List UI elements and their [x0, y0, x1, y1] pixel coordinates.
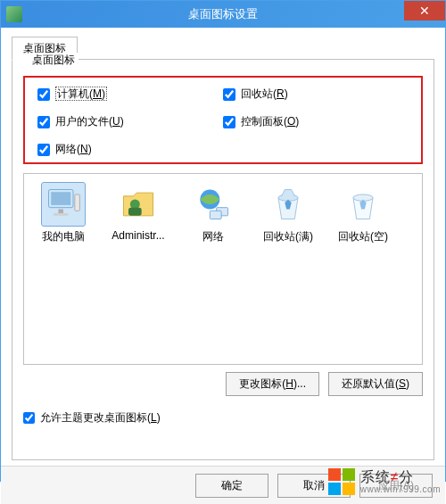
- checkbox-recycle-label: 回收站(R): [241, 87, 288, 102]
- icon-item-computer[interactable]: 我的电脑: [29, 183, 97, 244]
- checkbox-computer-label: 计算机(M): [55, 87, 107, 102]
- tab-panel: 桌面图标 计算机(M) 回收站(R) 用户的文件(U) 控制面板(O): [12, 59, 434, 460]
- icon-checkbox-group-highlight: 计算机(M) 回收站(R) 用户的文件(U) 控制面板(O) 网络(N): [23, 76, 423, 164]
- svg-rect-4: [75, 194, 80, 211]
- checkbox-computer-input[interactable]: [37, 88, 50, 101]
- checkbox-network[interactable]: 网络(N): [37, 142, 223, 157]
- checkbox-userfiles[interactable]: 用户的文件(U): [37, 114, 223, 129]
- change-icon-button[interactable]: 更改图标(H)...: [226, 372, 319, 396]
- icon-buttons-row: 更改图标(H)... 还原默认值(S): [23, 372, 423, 396]
- checkbox-allow-theme[interactable]: 允许主题更改桌面图标(L): [23, 410, 423, 426]
- checkbox-network-label: 网络(N): [55, 142, 92, 157]
- close-button[interactable]: ✕: [404, 1, 445, 21]
- ok-button[interactable]: 确定: [195, 474, 268, 498]
- checkbox-userfiles-label: 用户的文件(U): [55, 114, 124, 129]
- icon-preview-list: 我的电脑 Administr... 网络: [23, 173, 423, 365]
- icon-item-network[interactable]: 网络: [179, 183, 247, 244]
- icon-label-network: 网络: [202, 229, 224, 244]
- checkbox-allow-theme-label: 允许主题更改桌面图标(L): [40, 410, 161, 426]
- titlebar: 桌面图标设置 ✕: [1, 1, 445, 28]
- icon-label-recycle-empty: 回收站(空): [338, 229, 388, 244]
- user-folder-icon: [117, 183, 160, 226]
- restore-default-button[interactable]: 还原默认值(S): [328, 372, 423, 396]
- icon-label-computer: 我的电脑: [42, 229, 85, 244]
- icon-label-admin: Administr...: [112, 229, 164, 242]
- svg-rect-2: [59, 210, 64, 214]
- watermark-url: www.win7999.com: [360, 484, 441, 494]
- icon-item-recycle-full[interactable]: 回收站(满): [254, 183, 322, 244]
- checkbox-computer[interactable]: 计算机(M): [37, 87, 223, 102]
- icon-item-admin[interactable]: Administr...: [104, 183, 172, 242]
- checkbox-control[interactable]: 控制面板(O): [223, 114, 409, 129]
- checkbox-control-label: 控制面板(O): [241, 114, 299, 129]
- checkbox-recycle-input[interactable]: [223, 88, 235, 101]
- checkbox-userfiles-input[interactable]: [37, 116, 50, 128]
- close-icon: ✕: [419, 4, 430, 18]
- icon-item-recycle-empty[interactable]: 回收站(空): [329, 183, 397, 244]
- fieldset-label: 桌面图标: [29, 53, 78, 68]
- window-title: 桌面图标设置: [1, 6, 445, 22]
- recycle-empty-icon: [342, 183, 384, 226]
- checkbox-allow-theme-input[interactable]: [23, 412, 35, 424]
- icon-label-recycle-full: 回收站(满): [263, 229, 313, 244]
- svg-rect-1: [51, 192, 70, 205]
- watermark: 系统≠分 www.win7999.com: [328, 468, 441, 495]
- windows-logo-icon: [328, 468, 355, 495]
- watermark-text: 系统≠分 www.win7999.com: [360, 469, 441, 495]
- checkbox-network-input[interactable]: [37, 144, 50, 156]
- dialog-body: 桌面图标 桌面图标 计算机(M) 回收站(R) 用户的文件(U): [1, 28, 445, 466]
- svg-rect-6: [128, 208, 142, 216]
- recycle-full-icon: [267, 183, 310, 226]
- svg-rect-3: [54, 213, 69, 216]
- desktop-icon-settings-window: 桌面图标设置 ✕ 桌面图标 桌面图标 计算机(M) 回收站(R): [0, 0, 446, 482]
- computer-icon: [42, 183, 85, 226]
- checkbox-recycle[interactable]: 回收站(R): [223, 87, 409, 102]
- network-icon: [192, 183, 235, 226]
- checkbox-control-input[interactable]: [223, 116, 235, 128]
- svg-rect-9: [210, 211, 221, 219]
